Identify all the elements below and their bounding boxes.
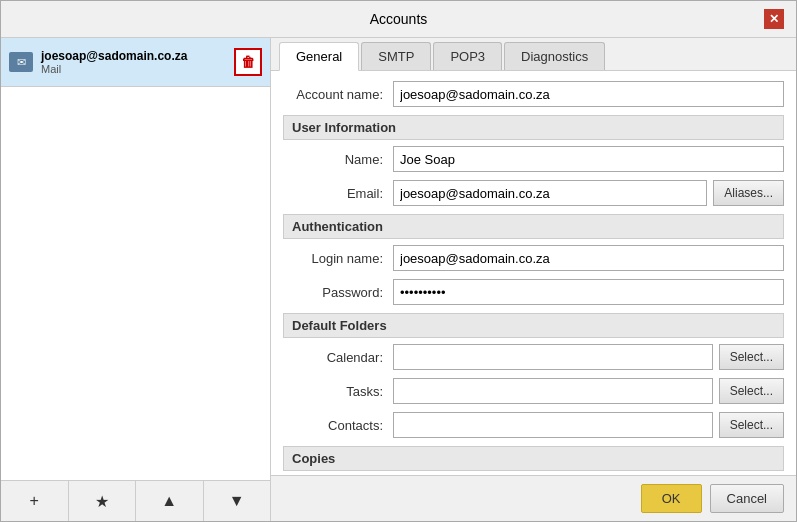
copies-header: Copies (283, 446, 784, 471)
authentication-header: Authentication (283, 214, 784, 239)
delete-account-button[interactable]: 🗑 (234, 48, 262, 76)
email-label: Email: (283, 186, 393, 201)
calendar-select-button[interactable]: Select... (719, 344, 784, 370)
user-info-header: User Information (283, 115, 784, 140)
form-area: Account name: User Information Name: Ema… (271, 71, 796, 475)
sidebar-toolbar: + ★ ▲ ▼ (1, 480, 270, 521)
password-row: Password: (283, 279, 784, 305)
login-name-input[interactable] (393, 245, 784, 271)
tasks-label: Tasks: (283, 384, 393, 399)
account-list-item[interactable]: ✉ joesoap@sadomain.co.za Mail 🗑 (1, 38, 270, 87)
ok-button[interactable]: OK (641, 484, 702, 513)
add-account-button[interactable]: + (1, 481, 69, 521)
contacts-label: Contacts: (283, 418, 393, 433)
calendar-input[interactable] (393, 344, 713, 370)
move-down-button[interactable]: ▼ (204, 481, 271, 521)
sidebar: ✉ joesoap@sadomain.co.za Mail 🗑 + ★ ▲ ▼ (1, 38, 271, 521)
star-account-button[interactable]: ★ (69, 481, 137, 521)
tab-diagnostics[interactable]: Diagnostics (504, 42, 605, 70)
account-type: Mail (41, 63, 226, 75)
calendar-row: Calendar: Select... (283, 344, 784, 370)
login-name-row: Login name: (283, 245, 784, 271)
tasks-row: Tasks: Select... (283, 378, 784, 404)
main-content: ✉ joesoap@sadomain.co.za Mail 🗑 + ★ ▲ ▼ … (1, 38, 796, 521)
bottom-bar: OK Cancel (271, 475, 796, 521)
accounts-dialog: Accounts ✕ ✉ joesoap@sadomain.co.za Mail… (0, 0, 797, 522)
login-name-label: Login name: (283, 251, 393, 266)
contacts-row: Contacts: Select... (283, 412, 784, 438)
name-row: Name: (283, 146, 784, 172)
tasks-select-button[interactable]: Select... (719, 378, 784, 404)
account-name-input[interactable] (393, 81, 784, 107)
dialog-title: Accounts (33, 11, 764, 27)
email-row: Email: Aliases... (283, 180, 784, 206)
tab-pop3[interactable]: POP3 (433, 42, 502, 70)
tabs-bar: General SMTP POP3 Diagnostics (271, 38, 796, 71)
account-name-label: Account name: (283, 87, 393, 102)
password-input[interactable] (393, 279, 784, 305)
contacts-input[interactable] (393, 412, 713, 438)
name-label: Name: (283, 152, 393, 167)
sidebar-spacer (1, 87, 270, 480)
tab-smtp[interactable]: SMTP (361, 42, 431, 70)
move-up-button[interactable]: ▲ (136, 481, 204, 521)
account-name-row: Account name: (283, 81, 784, 107)
right-panel: General SMTP POP3 Diagnostics Account na… (271, 38, 796, 521)
contacts-select-button[interactable]: Select... (719, 412, 784, 438)
calendar-label: Calendar: (283, 350, 393, 365)
default-folders-header: Default Folders (283, 313, 784, 338)
account-mail-icon: ✉ (9, 52, 33, 72)
tab-general[interactable]: General (279, 42, 359, 71)
aliases-button[interactable]: Aliases... (713, 180, 784, 206)
name-input[interactable] (393, 146, 784, 172)
tasks-input[interactable] (393, 378, 713, 404)
email-input[interactable] (393, 180, 707, 206)
account-email: joesoap@sadomain.co.za (41, 49, 226, 63)
account-info: joesoap@sadomain.co.za Mail (41, 49, 226, 75)
title-bar: Accounts ✕ (1, 1, 796, 38)
close-button[interactable]: ✕ (764, 9, 784, 29)
password-label: Password: (283, 285, 393, 300)
cancel-button[interactable]: Cancel (710, 484, 784, 513)
